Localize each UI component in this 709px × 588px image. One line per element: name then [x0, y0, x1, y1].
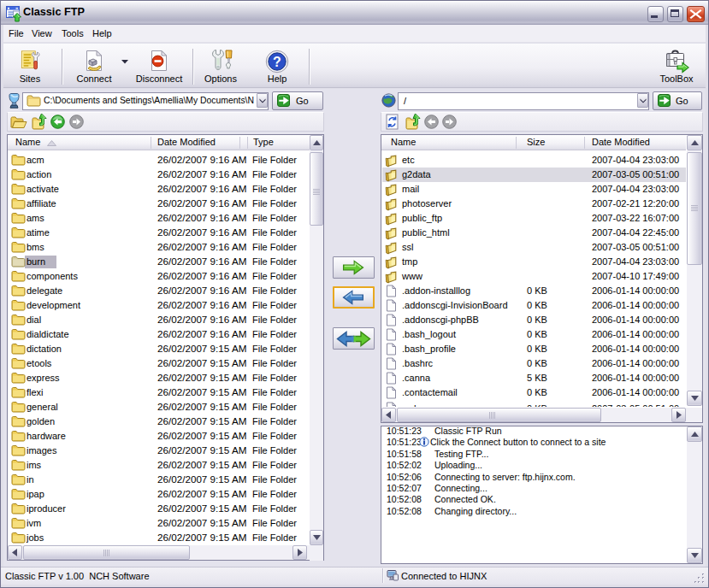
svg-text:?: ? — [273, 55, 281, 69]
